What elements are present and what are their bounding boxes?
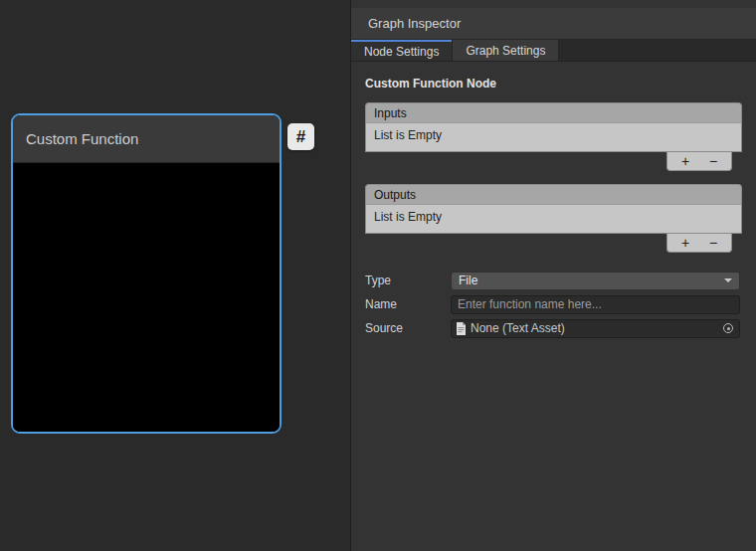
tab-label: Graph Settings [466,44,545,58]
source-object-value: None (Text Asset) [471,321,565,335]
panel-title: Graph Inspector [368,16,461,31]
outputs-list-header: Outputs [365,184,742,204]
type-label: Type [365,274,451,287]
inputs-list: Inputs List is Empty + − [365,102,742,171]
object-picker-icon[interactable] [720,321,736,336]
source-object-field[interactable]: None (Text Asset) [451,319,740,338]
section-title: Custom Function Node [365,77,742,91]
panel-title-bar[interactable]: Graph Inspector [351,8,756,40]
function-name-input[interactable] [451,295,740,314]
outputs-list-empty: List is Empty [365,204,742,234]
name-label: Name [365,297,451,311]
hash-glyph: # [296,127,305,147]
node-header[interactable]: Custom Function [13,115,280,163]
add-output-button[interactable]: + [675,236,695,250]
hash-badge-icon[interactable]: # [287,123,314,150]
graph-canvas[interactable]: Custom Function # [0,0,350,551]
type-dropdown-value: File [459,274,477,287]
inputs-list-empty: List is Empty [365,122,742,152]
chevron-down-icon [724,278,732,282]
remove-input-button[interactable]: − [703,154,723,168]
tab-graph-settings[interactable]: Graph Settings [452,40,559,61]
node-title: Custom Function [26,130,138,147]
outputs-list-footer: + − [666,234,732,253]
node-body [13,163,280,432]
tab-node-settings[interactable]: Node Settings [351,40,452,61]
inputs-list-header: Inputs [365,102,742,122]
name-row: Name [351,292,756,316]
outputs-list: Outputs List is Empty + − [365,184,742,253]
type-row: Type File [351,269,756,292]
add-input-button[interactable]: + [675,154,695,168]
graph-inspector-panel: Graph Inspector Node Settings Graph Sett… [350,0,756,551]
remove-output-button[interactable]: − [703,236,723,250]
inputs-list-footer: + − [666,152,732,171]
tab-label: Node Settings [364,45,439,59]
custom-function-node[interactable]: Custom Function [11,113,282,434]
inspector-tabs: Node Settings Graph Settings [351,40,756,62]
property-fields: Type File Name Source [351,269,756,340]
source-row: Source None (Text Asset) [351,316,756,340]
source-label: Source [365,321,451,335]
text-asset-icon [456,322,467,335]
type-dropdown[interactable]: File [451,272,740,290]
